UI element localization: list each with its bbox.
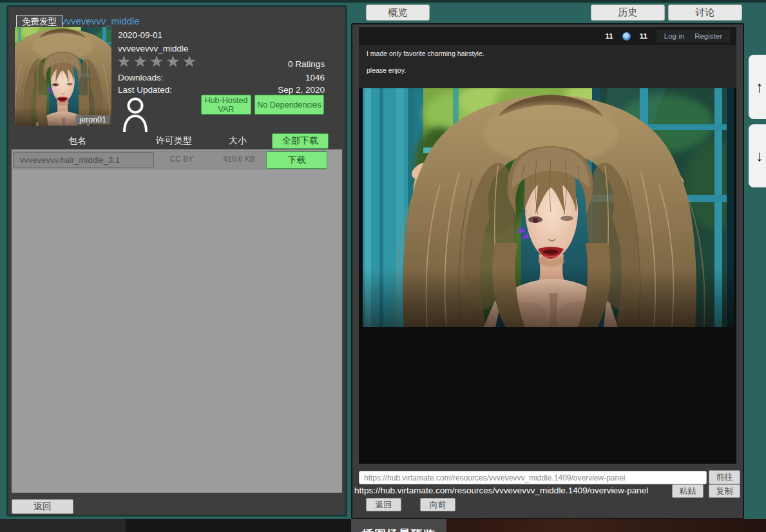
thumbnail-art (15, 27, 111, 126)
tab-history[interactable]: 历史 (591, 5, 665, 21)
column-size: 大小 (206, 135, 270, 147)
hub-browser-panel: 11 11 Log in Register I made only favori… (351, 23, 744, 519)
star-icon: ★ (166, 52, 182, 70)
reply-count: 11 (640, 32, 647, 40)
star-icon: ★ (149, 52, 166, 70)
browser-forward-button[interactable]: 向前 (420, 498, 455, 511)
register-link[interactable]: Register (694, 32, 722, 40)
downloads-label: Downloads: (118, 73, 164, 82)
top-border (0, 0, 766, 3)
author-name: jeron01 (75, 115, 110, 124)
web-page: 11 11 Log in Register I made only favori… (359, 27, 736, 464)
scroll-down-button[interactable]: ↓ (749, 124, 766, 187)
discussion-sphere-icon (622, 32, 631, 41)
package-license: CC BY (149, 155, 214, 164)
scroll-up-button[interactable]: ↑ (749, 55, 766, 119)
resource-description: I made only favorite charming hairstyle.… (359, 45, 736, 88)
paste-button[interactable]: 粘贴 (672, 484, 704, 498)
background-scene-edge (412, 519, 766, 532)
app-window: 免费发型 vvvevevvv_middle jeron01 2020-09-01… (0, 0, 766, 532)
page-topbar: 11 11 Log in Register (359, 27, 736, 45)
tab-overview[interactable]: 概览 (366, 5, 430, 21)
person-icon (122, 97, 148, 132)
background-ui-strip: 插图场景预览 (0, 519, 766, 532)
up-arrow-icon: ↑ (756, 78, 763, 96)
panel-back-button[interactable]: 返回 (12, 499, 73, 514)
preview-image (363, 88, 734, 327)
hub-hosted-badge: Hub-Hosted VAR (201, 95, 251, 115)
description-line-2: please enjoy. (367, 66, 729, 75)
go-button[interactable]: 前往 (709, 470, 740, 484)
resource-thumbnail: jeron01 (15, 27, 111, 126)
package-name-cell[interactable]: vvvevevvv.hair_middle_3.1 (14, 152, 154, 168)
star-icon: ★ (182, 52, 198, 70)
rating-stars[interactable]: ★★★★★ (117, 52, 198, 71)
package-size: 410.6 KB (207, 155, 271, 164)
resource-title-link[interactable]: vvvevevvv_middle (61, 15, 140, 26)
column-package: 包名 (45, 135, 110, 147)
description-line-1: I made only favorite charming hairstyle. (367, 50, 729, 58)
copy-button[interactable]: 复制 (709, 484, 740, 498)
column-license: 许可类型 (142, 135, 206, 147)
preview-art (363, 88, 734, 327)
no-dependencies-badge: No Dependencies (254, 95, 324, 115)
background-panel-edge (0, 519, 126, 532)
package-row[interactable]: vvvevevvv.hair_middle_3.1 CC BY 410.6 KB… (13, 151, 327, 169)
last-updated-label: Last Updated: (118, 85, 172, 95)
auth-links: Log in Register (656, 30, 730, 43)
release-date: 2020-09-01 (118, 30, 162, 40)
last-updated-value: Sep 2, 2020 (278, 85, 325, 95)
resource-info-panel: 免费发型 vvvevevvv_middle jeron01 2020-09-01… (6, 5, 347, 517)
tab-discussion[interactable]: 讨论 (668, 5, 742, 21)
star-icon: ★ (117, 52, 133, 70)
ratings-count: 0 Ratings (288, 59, 325, 69)
current-url-text: https://hub.virtamate.com/resources/vvve… (354, 486, 648, 495)
down-arrow-icon: ↓ (756, 147, 763, 165)
download-all-button[interactable]: 全部下载 (272, 133, 329, 149)
address-input[interactable] (359, 471, 707, 484)
browser-back-button[interactable]: 返回 (366, 498, 401, 511)
package-list: vvvevevvv.hair_middle_3.1 CC BY 410.6 KB… (12, 149, 342, 493)
background-tab-label: 插图场景预览 (351, 519, 446, 532)
star-icon: ★ (133, 52, 149, 70)
login-link[interactable]: Log in (664, 32, 684, 40)
downloads-value: 1046 (305, 73, 325, 82)
like-count: 11 (605, 32, 613, 40)
download-button[interactable]: 下载 (266, 151, 327, 169)
